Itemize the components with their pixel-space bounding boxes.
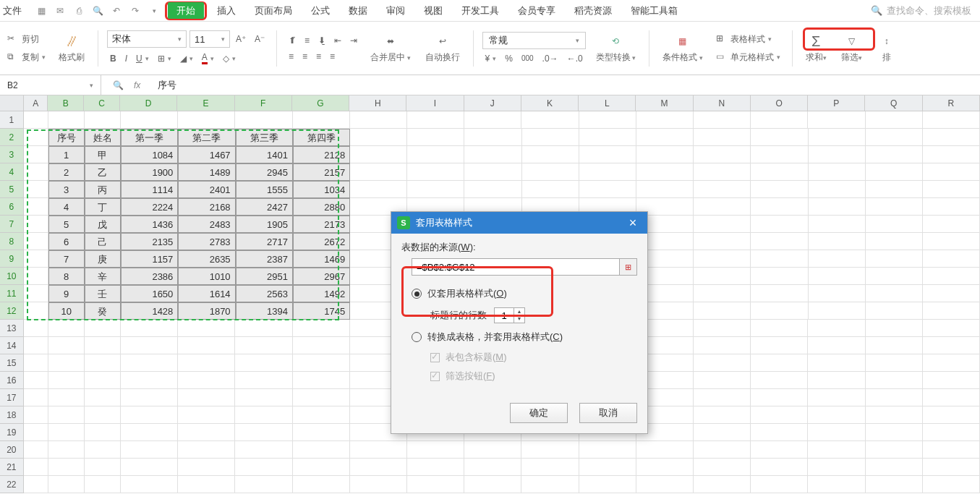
cell-F3[interactable]: 1401 xyxy=(236,146,293,163)
cell-J2[interactable] xyxy=(464,129,521,146)
cell-O6[interactable] xyxy=(751,198,808,216)
cell-N7[interactable] xyxy=(694,216,751,233)
cell-P5[interactable] xyxy=(809,181,866,198)
cell-B4[interactable]: 2 xyxy=(48,163,85,181)
cell-B8[interactable]: 6 xyxy=(48,233,85,250)
cell-style-button[interactable]: ▭单元格样式▾ xyxy=(713,50,783,65)
merge-center-button[interactable]: ⬌ 合并居中 ▾ xyxy=(366,31,415,65)
cell-A9[interactable] xyxy=(24,250,48,268)
cell-H4[interactable] xyxy=(350,163,407,181)
cell-D16[interactable] xyxy=(121,372,178,389)
cell-P3[interactable] xyxy=(809,146,866,163)
cell-B17[interactable] xyxy=(48,389,85,406)
cell-E15[interactable] xyxy=(178,354,235,372)
cell-C12[interactable]: 癸 xyxy=(85,302,121,320)
cell-O10[interactable] xyxy=(751,268,808,285)
cell-M5[interactable] xyxy=(636,181,694,198)
row-header-17[interactable]: 17 xyxy=(0,389,24,406)
open-icon[interactable]: ✉ xyxy=(54,4,67,17)
row-header-3[interactable]: 3 xyxy=(0,146,24,163)
cell-D2[interactable]: 第一季 xyxy=(121,129,178,146)
cell-N17[interactable] xyxy=(694,389,751,406)
cell-C7[interactable]: 戊 xyxy=(85,216,121,233)
cell-O11[interactable] xyxy=(751,285,808,302)
row-header-12[interactable]: 12 xyxy=(0,302,24,320)
cell-F5[interactable]: 1555 xyxy=(236,181,293,198)
row-header-8[interactable]: 8 xyxy=(0,233,24,250)
cell-J4[interactable] xyxy=(464,163,521,181)
cell-O20[interactable] xyxy=(751,441,808,459)
cell-P11[interactable] xyxy=(809,285,866,302)
increase-decimal-button[interactable]: .0→ xyxy=(540,52,561,65)
cell-A11[interactable] xyxy=(24,285,48,302)
cell-Q10[interactable] xyxy=(866,268,923,285)
cell-C21[interactable] xyxy=(85,459,121,476)
cell-Q20[interactable] xyxy=(866,441,923,459)
cell-A13[interactable] xyxy=(24,320,48,337)
cell-F21[interactable] xyxy=(235,459,292,476)
cell-P14[interactable] xyxy=(808,337,865,354)
source-range-input[interactable] xyxy=(412,258,620,276)
cell-G21[interactable] xyxy=(293,459,350,476)
cell-G17[interactable] xyxy=(293,389,350,406)
cell-F7[interactable]: 1905 xyxy=(236,216,293,233)
cell-O16[interactable] xyxy=(751,372,808,389)
cell-H3[interactable] xyxy=(350,146,407,163)
cell-O9[interactable] xyxy=(751,250,808,268)
comma-button[interactable]: 000 xyxy=(519,53,537,64)
cell-F8[interactable]: 2717 xyxy=(236,233,293,250)
cell-B2[interactable]: 序号 xyxy=(48,129,85,146)
sort-button[interactable]: ↕ 排 xyxy=(872,31,901,65)
cell-D19[interactable] xyxy=(121,424,178,441)
cell-I20[interactable] xyxy=(407,441,464,459)
cell-R11[interactable] xyxy=(923,285,980,302)
cell-B1[interactable] xyxy=(48,111,85,129)
cell-Q1[interactable] xyxy=(866,111,923,129)
cell-E14[interactable] xyxy=(178,337,235,354)
col-header-H[interactable]: H xyxy=(349,95,406,111)
cell-O13[interactable] xyxy=(751,320,808,337)
cell-R16[interactable] xyxy=(923,372,980,389)
cancel-edit-icon[interactable]: 🔍 xyxy=(113,80,124,90)
qat-dropdown-icon[interactable]: ▾ xyxy=(148,4,161,17)
row-header-1[interactable]: 1 xyxy=(0,111,24,129)
cell-D7[interactable]: 1436 xyxy=(121,216,178,233)
cell-O19[interactable] xyxy=(751,424,808,441)
cell-N22[interactable] xyxy=(694,476,751,493)
cell-E12[interactable]: 1870 xyxy=(178,302,235,320)
percent-button[interactable]: % xyxy=(502,52,516,65)
cell-N15[interactable] xyxy=(694,354,751,372)
row-header-9[interactable]: 9 xyxy=(0,250,24,268)
cell-F18[interactable] xyxy=(235,406,292,424)
cell-A14[interactable] xyxy=(24,337,48,354)
cell-Q18[interactable] xyxy=(866,406,923,424)
cell-N10[interactable] xyxy=(694,268,751,285)
cell-L5[interactable] xyxy=(579,181,636,198)
cell-L4[interactable] xyxy=(579,163,636,181)
tab-member[interactable]: 会员专享 xyxy=(509,1,564,20)
cell-M3[interactable] xyxy=(636,146,694,163)
cell-E7[interactable]: 2483 xyxy=(178,216,235,233)
cell-F10[interactable]: 2951 xyxy=(236,268,293,285)
italic-button[interactable]: I xyxy=(122,52,130,65)
cell-K20[interactable] xyxy=(521,441,579,459)
cell-H22[interactable] xyxy=(350,476,407,493)
cell-B6[interactable]: 4 xyxy=(48,198,85,216)
cell-D1[interactable] xyxy=(121,111,178,129)
cell-R5[interactable] xyxy=(923,181,980,198)
cell-D22[interactable] xyxy=(121,476,178,493)
cell-C1[interactable] xyxy=(85,111,121,129)
cell-R3[interactable] xyxy=(923,146,980,163)
range-picker-button[interactable]: ⊞ xyxy=(620,258,637,276)
cell-Q19[interactable] xyxy=(866,424,923,441)
cell-C11[interactable]: 壬 xyxy=(85,285,121,302)
cell-K2[interactable] xyxy=(522,129,579,146)
format-painter-button[interactable]: ⫽ 格式刷 xyxy=(54,31,89,65)
row-header-18[interactable]: 18 xyxy=(0,406,24,424)
cell-L20[interactable] xyxy=(579,441,636,459)
col-header-R[interactable]: R xyxy=(923,95,980,111)
cell-G15[interactable] xyxy=(293,354,350,372)
cell-D9[interactable]: 1157 xyxy=(121,250,178,268)
cell-O8[interactable] xyxy=(751,233,808,250)
cell-N20[interactable] xyxy=(694,441,751,459)
